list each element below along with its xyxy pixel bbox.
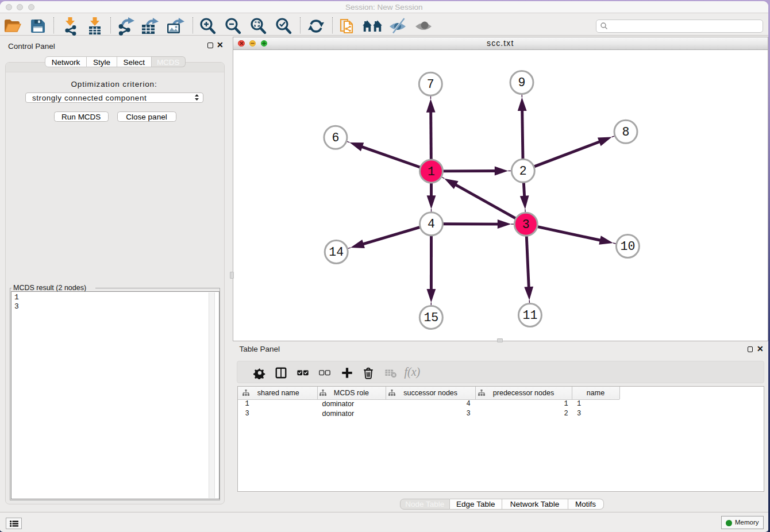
svg-text:9: 9 xyxy=(518,76,526,90)
svg-text:15: 15 xyxy=(424,311,438,325)
svg-text:10: 10 xyxy=(620,240,635,253)
svg-text:6: 6 xyxy=(332,131,339,145)
svg-text:1: 1 xyxy=(428,165,435,179)
svg-text:8: 8 xyxy=(622,125,630,139)
svg-text:7: 7 xyxy=(427,78,434,91)
svg-text:2: 2 xyxy=(519,164,527,178)
svg-text:11: 11 xyxy=(522,309,537,322)
svg-text:3: 3 xyxy=(522,218,530,232)
svg-text:4: 4 xyxy=(428,217,435,231)
svg-text:14: 14 xyxy=(329,245,344,259)
